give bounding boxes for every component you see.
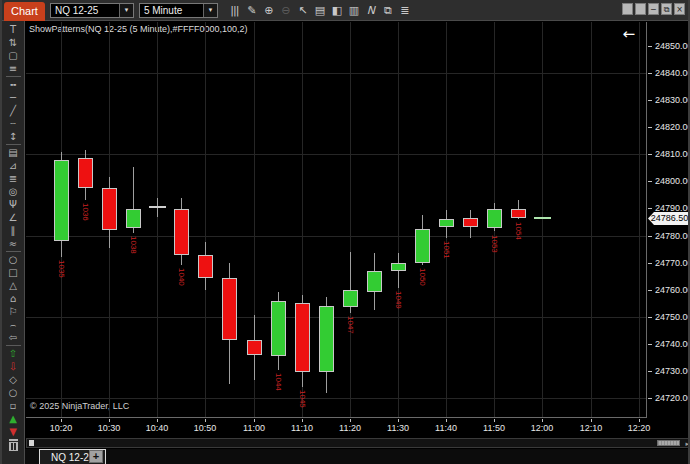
vertical-line-icon[interactable]: ↕ <box>3 130 23 143</box>
horizontal-gridline <box>26 317 646 318</box>
chart-style-icon[interactable]: ||| <box>227 2 242 18</box>
chart-trader-icon[interactable]: ◧ <box>329 2 344 18</box>
candle-body <box>534 217 551 219</box>
instrument-selector[interactable]: NQ 12-25 ▼ <box>50 3 134 18</box>
candle-body <box>174 209 189 255</box>
time-axis[interactable]: 10:2010:3010:4010:5011:0011:1011:2011:30… <box>26 419 646 435</box>
triangle-down-marker-icon[interactable]: ▼ <box>3 425 23 438</box>
time-tick <box>350 419 351 422</box>
diamond-marker-icon[interactable]: ◇ <box>3 373 23 386</box>
trash-icon[interactable] <box>3 438 23 451</box>
add-tab-button[interactable]: + <box>89 450 103 463</box>
chart-plot[interactable]: ShowPatterns(NQ 12-25 (5 Minute),#FFFF00… <box>26 22 647 418</box>
indicators-icon[interactable]: ▥ <box>346 2 361 18</box>
arrow-left-tool-icon[interactable]: ⇦ <box>3 331 23 344</box>
scrollbar-left-handle[interactable] <box>29 440 34 446</box>
trash-lid <box>9 439 18 441</box>
time-tick <box>254 419 255 422</box>
candle-body <box>391 263 406 271</box>
gann-fan-icon[interactable]: ⊿ <box>3 159 23 172</box>
candle-body <box>54 160 69 241</box>
scrollbar-thumb[interactable] <box>657 440 680 446</box>
arrow-up-marker-icon[interactable]: ⇧ <box>3 347 23 360</box>
rectangle-tool-icon[interactable]: □ <box>3 266 23 279</box>
square-marker-icon[interactable]: ▫ <box>3 399 23 412</box>
blank-button-1[interactable] <box>622 3 633 15</box>
horizontal-gridline <box>26 73 646 74</box>
blank-button-2[interactable] <box>635 3 646 15</box>
current-price-value: 24786.50 <box>651 213 689 223</box>
bar-number-label: 1049 <box>394 291 402 309</box>
triangle-up-marker-icon[interactable]: ▲ <box>3 412 23 425</box>
strategies-icon[interactable]: N <box>363 2 378 18</box>
drawing-tools-icon[interactable]: ✎ <box>244 2 259 18</box>
text-tool-icon[interactable]: T <box>3 23 23 36</box>
arc-tool-icon[interactable]: ⌢ <box>3 318 23 331</box>
wave-tool-icon[interactable]: ≈ <box>3 237 23 250</box>
chevron-down-icon[interactable]: ▼ <box>119 4 133 17</box>
dot-marker-icon[interactable]: ○ <box>3 386 23 399</box>
interval-value: 5 Minute <box>140 5 203 16</box>
price-axis[interactable]: 24786.50 24850.0024840.0024830.0024820.0… <box>648 22 690 417</box>
ellipse-tool-icon[interactable]: ○ <box>3 253 23 266</box>
interval-selector[interactable]: 5 Minute ▼ <box>139 3 218 18</box>
time-tick <box>302 419 303 422</box>
bar-number-label: 1038 <box>129 236 137 254</box>
chart-window-icon[interactable]: ⧉ <box>380 2 395 18</box>
candle-body <box>319 306 334 372</box>
price-tick <box>648 371 652 372</box>
instrument-value: NQ 12-25 <box>51 5 119 16</box>
dashed-line-icon[interactable]: ┄ <box>3 117 23 130</box>
properties-icon[interactable]: ≣ <box>397 2 412 18</box>
trend-line-icon[interactable]: ╱ <box>3 104 23 117</box>
chevron-down-icon[interactable]: ▼ <box>203 4 217 17</box>
horizontal-line-icon[interactable]: ─ <box>3 91 23 104</box>
vertical-gridline <box>398 22 399 417</box>
drawing-toolbar: T⇅▢≡╍─╱┄↕▤⊿≣◎Ψ∠∥≈○□△⌂⚐⌢⇦⇧⇩◇○▫▲▼ <box>2 21 25 464</box>
price-axis-label: 24750.00 <box>655 312 690 322</box>
zoom-in-icon[interactable]: ⊕ <box>261 2 276 18</box>
parallel-channel-icon[interactable]: ∥ <box>3 224 23 237</box>
horizontal-gridline <box>26 398 646 399</box>
time-axis-label: 12:10 <box>580 423 603 433</box>
restore-button[interactable]: ⧉ <box>661 3 672 15</box>
close-button[interactable]: × <box>674 3 685 15</box>
price-axis-label: 24810.00 <box>655 149 690 159</box>
tab-bar: NQ 12-25 + <box>25 449 690 464</box>
ninjatrader-chart-window: Chart NQ 12-25 ▼ 5 Minute ▼ |||✎⊕⊖↖▤◧▥N⧉… <box>0 0 690 464</box>
toolbar-icons: |||✎⊕⊖↖▤◧▥N⧉≣ <box>227 2 412 18</box>
candle-body <box>439 219 454 227</box>
candle-wick <box>398 253 399 288</box>
time-tick <box>446 419 447 422</box>
horizontal-scrollbar[interactable]: ▸ <box>26 438 690 448</box>
scroll-back-arrow-icon[interactable]: ← <box>622 25 635 43</box>
circles-icon[interactable]: ◎ <box>3 185 23 198</box>
ruler-icon[interactable]: ╍ <box>3 78 23 91</box>
minimize-button[interactable]: ─ <box>648 3 659 15</box>
pitchfork-icon[interactable]: Ψ <box>3 198 23 211</box>
cursor-icon[interactable]: ↖ <box>295 2 310 18</box>
fib-retracement-icon[interactable]: ≣ <box>3 172 23 185</box>
candle-body <box>511 209 526 219</box>
vertical-gridline <box>205 22 206 417</box>
triangle-tool-icon[interactable]: △ <box>3 279 23 292</box>
candle-body <box>198 255 213 278</box>
updown-arrows-icon[interactable]: ⇅ <box>3 36 23 49</box>
time-axis-label: 11:30 <box>387 423 409 433</box>
region-tool-icon[interactable]: ▢ <box>3 49 23 62</box>
arrow-down-marker-icon[interactable]: ⇩ <box>3 360 23 373</box>
candle-body <box>149 206 166 208</box>
data-box-icon[interactable]: ▤ <box>312 2 327 18</box>
scrollbar-right-arrow-icon[interactable]: ▸ <box>685 439 689 448</box>
polygon-tool-icon[interactable]: ⌂ <box>3 292 23 305</box>
list-tool-icon[interactable]: ≡ <box>3 62 23 75</box>
zoom-out-icon[interactable]: ⊖ <box>278 2 293 18</box>
time-axis-label: 10:20 <box>50 423 73 433</box>
price-levels-icon[interactable]: ▤ <box>3 146 23 159</box>
angle-tool-icon[interactable]: ∠ <box>3 211 23 224</box>
horizontal-gridline <box>26 154 646 155</box>
time-tick <box>157 419 158 422</box>
price-axis-label: 24820.00 <box>655 122 690 132</box>
flag-tool-icon[interactable]: ⚐ <box>3 305 23 318</box>
chart-tab[interactable]: Chart <box>4 2 45 21</box>
